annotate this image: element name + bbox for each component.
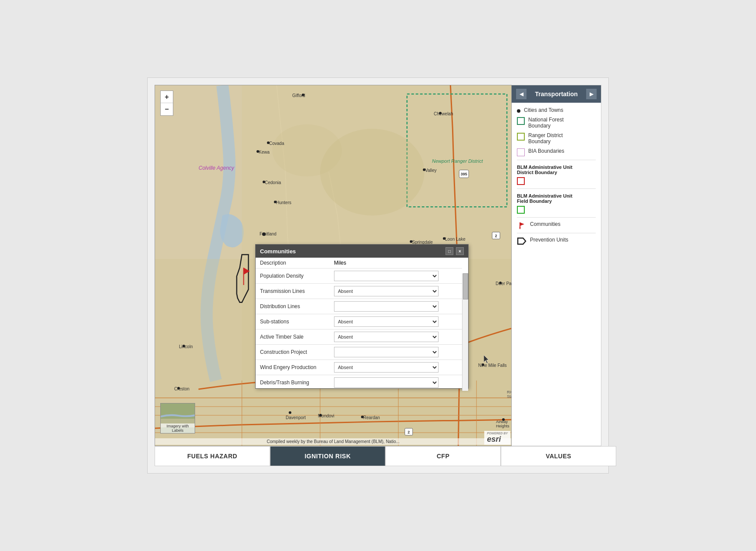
popup-scrollbar[interactable] — [462, 273, 468, 391]
popup-label-wind: Wind Engery Production — [256, 360, 330, 375]
popup-value-construction — [330, 345, 462, 360]
dot-legend-icon — [517, 108, 520, 113]
legend-label-communities: Communities — [530, 221, 560, 227]
popup-label-distribution: Distribution Lines — [256, 299, 330, 314]
popup-label-timber: Active Timber Sale — [256, 329, 330, 345]
minimap[interactable]: Imagery withLabels — [160, 403, 195, 433]
svg-marker-27 — [520, 222, 524, 226]
dot-deer-park — [499, 282, 502, 284]
popup-select-population[interactable] — [334, 271, 439, 281]
popup-minimize-button[interactable]: □ — [446, 247, 453, 255]
minimap-label: Imagery withLabels — [161, 423, 195, 433]
tab-fuels-hazard[interactable]: FUELS HAZARD — [155, 447, 270, 466]
dot-fruitland — [262, 232, 266, 236]
popup-label-debris: Debris/Trash Burning — [256, 375, 330, 389]
popup-close-button[interactable]: × — [456, 247, 464, 255]
legend-item-nf-boundary: National ForestBoundary — [517, 117, 596, 129]
popup-row-transmission: Transmission Lines Absent — [256, 284, 462, 299]
popup-select-construction[interactable] — [334, 347, 439, 357]
legend-item-communities: Communities — [517, 221, 596, 229]
zoom-in-button[interactable]: + — [161, 91, 173, 103]
esri-powered-text: POWERED BY — [487, 432, 508, 435]
dot-chewelah — [439, 112, 442, 114]
popup-select-substations[interactable]: Absent — [334, 316, 439, 327]
popup-select-distribution[interactable] — [334, 301, 439, 312]
popup-value-distribution — [330, 299, 462, 314]
dot-nine-mile-falls — [482, 363, 484, 366]
legend-item-ranger-boundary: Ranger DistrictBoundary — [517, 132, 596, 144]
tab-ignition-risk[interactable]: IGNITION RISK — [270, 447, 385, 466]
bottom-tabs: FUELS HAZARD IGNITION RISK CFP VALUES — [155, 446, 616, 466]
map-area[interactable]: 395 291 2 2 Gifford Chewel — [155, 85, 512, 446]
popup-label-construction: Construction Project — [256, 345, 330, 360]
legend-title: Transportation — [526, 91, 586, 97]
popup-value-description: Miles — [330, 258, 462, 269]
dot-davenport — [289, 411, 291, 414]
dot-springdale — [410, 240, 412, 243]
popup-label-description: Description — [256, 258, 330, 269]
popup-row-distribution: Distribution Lines — [256, 299, 462, 314]
popup-scroll-thumb[interactable] — [463, 273, 468, 299]
legend-divider-4 — [517, 233, 596, 233]
legend-item-blm-district: BLM Administrative UnitDistrict Boundary — [517, 165, 596, 185]
popup-select-debris[interactable] — [334, 377, 439, 388]
communities-popup: Communities □ × Description Miles — [255, 244, 469, 389]
esri-logo: POWERED BY esri — [484, 431, 510, 445]
legend-nav-left-button[interactable]: ◀ — [516, 89, 526, 99]
popup-table: Description Miles Population Density — [256, 258, 462, 388]
legend-item-blm-field: BLM Administrative UnitField Boundary — [517, 193, 596, 214]
popup-label-transmission: Transmission Lines — [256, 284, 330, 299]
legend-nav-right-button[interactable]: ▶ — [586, 89, 597, 99]
outer-container: 395 291 2 2 Gifford Chewel — [147, 77, 609, 474]
legend-label-nf-boundary: National ForestBoundary — [528, 117, 564, 129]
svg-text:2: 2 — [408, 430, 410, 434]
legend-body: Cities and Towns National ForestBoundary… — [512, 103, 601, 446]
blm-field-legend-icon — [517, 206, 525, 214]
tab-values[interactable]: VALUES — [501, 447, 616, 466]
legend-label-bia-boundary: BIA Boundaries — [528, 148, 564, 154]
dot-valley — [423, 168, 425, 171]
legend-label-ranger-boundary: Ranger DistrictBoundary — [528, 132, 563, 144]
popup-row-substations: Sub-stations Absent — [256, 314, 462, 329]
popup-body: Description Miles Population Density — [256, 258, 462, 388]
prevention-legend-icon — [517, 237, 526, 245]
popup-value-population — [330, 269, 462, 284]
zoom-controls: + − — [160, 91, 173, 116]
popup-select-transmission[interactable]: Absent — [334, 286, 439, 296]
popup-select-timber[interactable]: Absent — [334, 332, 439, 342]
popup-select-wind[interactable]: Absent — [334, 362, 439, 373]
nf-boundary-legend-icon — [517, 117, 525, 125]
popup-title: Communities — [260, 248, 296, 255]
tab-cfp[interactable]: CFP — [385, 447, 501, 466]
legend-header: ◀ Transportation ▶ — [512, 85, 601, 103]
ranger-boundary-legend-icon — [517, 133, 525, 141]
legend-divider-2 — [517, 188, 596, 189]
popup-row-debris: Debris/Trash Burning — [256, 375, 462, 389]
popup-row-wind: Wind Engery Production Absent — [256, 360, 462, 375]
dot-creston — [177, 387, 180, 390]
popup-label-population: Population Density — [256, 269, 330, 284]
popup-row-timber: Active Timber Sale Absent — [256, 329, 462, 345]
svg-text:2: 2 — [495, 234, 497, 238]
popup-row-population: Population Density — [256, 269, 462, 284]
legend-divider-1 — [517, 160, 596, 160]
popup-row-construction: Construction Project — [256, 345, 462, 360]
bia-boundary-legend-icon — [517, 148, 525, 156]
dot-cedonia — [263, 181, 265, 183]
svg-text:395: 395 — [461, 172, 467, 177]
map-attribution: Compiled weekly by the Bureau of Land Ma… — [155, 438, 511, 445]
dot-kewa — [256, 150, 259, 153]
communities-legend-icon — [517, 222, 526, 229]
legend-label-blm-district: BLM Administrative UnitDistrict Boundary — [517, 165, 596, 175]
dot-lincoln — [182, 345, 185, 347]
legend-item-prevention: Prevention Units — [517, 237, 596, 245]
popup-value-transmission: Absent — [330, 284, 462, 299]
blm-district-legend-icon — [517, 177, 525, 185]
dot-loon-lake — [443, 237, 446, 240]
legend-divider-3 — [517, 217, 596, 218]
dot-airway-heights — [502, 418, 505, 421]
zoom-out-button[interactable]: − — [161, 103, 173, 115]
dot-mondovi — [319, 414, 322, 417]
popup-header: Communities □ × — [256, 245, 468, 258]
legend-label-blm-field: BLM Administrative UnitField Boundary — [517, 193, 596, 204]
